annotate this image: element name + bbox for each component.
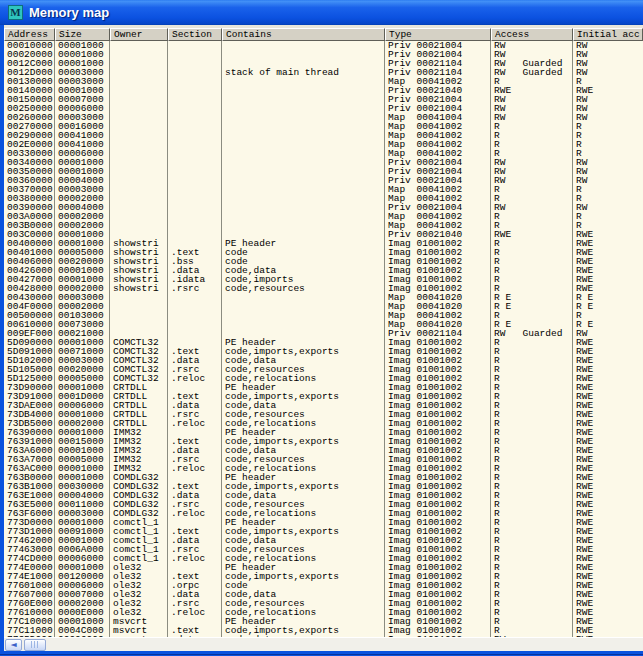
table-row[interactable]: 763A700000005000IMM32.rsrccode,resources… [4, 455, 643, 464]
table-row[interactable]: 0035000000001000Priv 00021004RWRW [4, 167, 643, 176]
table-row[interactable]: 7760700000007000ole32.datacode,dataImag … [4, 590, 643, 599]
column-header-size[interactable]: Size [55, 28, 110, 41]
cell-type: Map 00041002 [385, 149, 491, 158]
table-row[interactable]: 0042600000001000showstri.datacode,dataIm… [4, 266, 643, 275]
table-row[interactable]: 0038000000002000Map 00041002RR [4, 194, 643, 203]
table-row[interactable]: 774E100000120000ole32.textcode,imports,e… [4, 572, 643, 581]
cell-access: R [491, 410, 573, 419]
cell-initial_access: RW [573, 329, 643, 338]
table-row[interactable]: 5D12500000005000COMCTL32.reloccode,reloc… [4, 374, 643, 383]
cell-section [168, 86, 222, 95]
table-row[interactable]: 5D10500000020000COMCTL32.rsrccode,resour… [4, 365, 643, 374]
table-row[interactable]: 73DB400000001000CRTDLL.rsrccode,resource… [4, 410, 643, 419]
table-row[interactable]: 0027000000016000Map 00041002RR [4, 122, 643, 131]
table-row[interactable]: 773D100000091000comctl_1.textcode,import… [4, 527, 643, 536]
table-row[interactable]: 5D09100000071000COMCTL32.textcode,import… [4, 347, 643, 356]
table-row[interactable]: 773D000000001000comctl_1PE headerImag 01… [4, 518, 643, 527]
table-row[interactable]: 763E100000004000COMDLG32.datacode,dataIm… [4, 491, 643, 500]
table-row[interactable]: 7760100000006000ole32.orpccodeImag 01001… [4, 581, 643, 590]
table-row[interactable]: 0042800000002000showstri.rsrccode,resour… [4, 284, 643, 293]
table-row[interactable]: 0042700000001000showstri.idatacode,impor… [4, 275, 643, 284]
column-header-initial_access[interactable]: Initial acc [573, 28, 643, 41]
table-row[interactable]: 774630000006A000comctl_1.rsrccode,resour… [4, 545, 643, 554]
table-row[interactable]: 7639000000001000IMM32PE headerImag 01001… [4, 428, 643, 437]
horizontal-scrollbar[interactable]: ◄ [4, 637, 643, 651]
cell-type: Priv 00021104 [385, 68, 491, 77]
table-row[interactable]: 7746200000001000comctl_1.datacode,dataIm… [4, 536, 643, 545]
table-row[interactable]: 763B000000001000COMDLG32PE headerImag 01… [4, 473, 643, 482]
table-row[interactable]: 0015000000007000Priv 00021004RWRW [4, 95, 643, 104]
column-header-access[interactable]: Access [491, 28, 573, 41]
cell-address: 00500000 [4, 311, 55, 320]
table-row[interactable]: 0012C00000001000Priv 00021104RW GuardedR… [4, 59, 643, 68]
table-row[interactable]: 77C1000000001000msvcrtPE headerImag 0100… [4, 617, 643, 626]
table-row[interactable]: 0040000000001000showstriPE headerImag 01… [4, 239, 643, 248]
table-row[interactable]: 003C000000001000Priv 00021040RWERWE [4, 230, 643, 239]
column-header-section[interactable]: Section [168, 28, 222, 41]
cell-address: 003B0000 [4, 221, 55, 230]
titlebar[interactable]: M Memory map [0, 0, 643, 25]
table-row[interactable]: 0013000000003000Map 00041002RR [4, 77, 643, 86]
cell-owner: showstri [110, 248, 168, 257]
table-row[interactable]: 002E000000041000Map 00041002RR [4, 140, 643, 149]
cell-size: 00016000 [55, 122, 110, 131]
table-row[interactable]: 0043000000003000Map 00041020R ER E [4, 293, 643, 302]
table-row[interactable]: 0034000000001000Priv 00021004RWRW [4, 158, 643, 167]
table-row[interactable]: 774CD00000006000comctl_1.reloccode,reloc… [4, 554, 643, 563]
table-row[interactable]: 0039000000004000Priv 00021004RWRW [4, 203, 643, 212]
column-header-address[interactable]: Address [4, 28, 55, 41]
cell-section [168, 518, 222, 527]
table-row[interactable]: 7639100000015000IMM32.textcode,imports,e… [4, 437, 643, 446]
cell-size: 00004000 [55, 491, 110, 500]
table-row[interactable]: 0025000000006000Priv 00021004RWRW [4, 104, 643, 113]
table-row[interactable]: 0037000000003000Map 00041002RR [4, 185, 643, 194]
table-row[interactable]: 0061000000073000Map 00041020R ER E [4, 320, 643, 329]
cell-size: 00001000 [55, 158, 110, 167]
cell-initial_access: RWE [573, 545, 643, 554]
table-row[interactable]: 763F600000003000COMDLG32.reloccode,reloc… [4, 509, 643, 518]
table-row[interactable]: 009EF00000021000Priv 00021104RW GuardedR… [4, 329, 643, 338]
table-row[interactable]: 77C110000004C000msvcrt.textcode,imports,… [4, 626, 643, 635]
table-row[interactable]: 73D9000000001000CRTDLLPE headerImag 0100… [4, 383, 643, 392]
cell-section [168, 68, 222, 77]
cell-address: 00270000 [4, 122, 55, 131]
table-row[interactable]: 0050000000103000Map 00041002RR [4, 311, 643, 320]
memory-map-window: M Memory map AddressSizeOwnerSectionCont… [0, 0, 643, 656]
table-row[interactable]: 0001000000001000Priv 00021004RWRW [4, 41, 643, 50]
table-row[interactable]: 0036000000004000Priv 00021004RWRW [4, 176, 643, 185]
table-row[interactable]: 7760E00000002000ole32.rsrccode,resources… [4, 599, 643, 608]
cell-size: 00002000 [55, 212, 110, 221]
scrollbar-thumb[interactable] [24, 639, 46, 651]
column-header-type[interactable]: Type [385, 28, 491, 41]
table-row[interactable]: 5D10200000003000COMCTL32.datacode,dataIm… [4, 356, 643, 365]
cell-type: Imag 01001002 [385, 473, 491, 482]
table-row[interactable]: 003B000000002000Map 00041002RR [4, 221, 643, 230]
table-row[interactable]: 0012D00000003000stack of main threadPriv… [4, 68, 643, 77]
column-header-contains[interactable]: Contains [222, 28, 385, 41]
column-header-owner[interactable]: Owner [110, 28, 168, 41]
table-row[interactable]: 776100000000E000ole32.reloccode,relocati… [4, 608, 643, 617]
table-row[interactable]: 0029000000041000Map 00041002RR [4, 131, 643, 140]
table-row[interactable]: 0040600000020000showstri.bsscodeImag 010… [4, 257, 643, 266]
scroll-left-button[interactable]: ◄ [5, 639, 22, 651]
table-row[interactable]: 73DAE00000006000CRTDLL.datacode,dataImag… [4, 401, 643, 410]
table-row[interactable]: 73D910000001D000CRTDLL.textcode,imports,… [4, 392, 643, 401]
table-row[interactable]: 763AC00000001000IMM32.reloccode,relocati… [4, 464, 643, 473]
table-row[interactable]: 004F000000002000Map 00041020R ER E [4, 302, 643, 311]
table-row[interactable]: 5D09000000001000COMCTL32PE headerImag 01… [4, 338, 643, 347]
table-row[interactable]: 763B100000030000COMDLG32.textcode,import… [4, 482, 643, 491]
table-row[interactable]: 0002000000001000Priv 00021004RWRW [4, 50, 643, 59]
cell-type: Priv 00021004 [385, 167, 491, 176]
cell-type: Imag 01001002 [385, 419, 491, 428]
table-row[interactable]: 0033000000006000Map 00041002RR [4, 149, 643, 158]
cell-access: RW Guarded [491, 68, 573, 77]
table-row[interactable]: 003A000000002000Map 00041002RR [4, 212, 643, 221]
cell-size: 00001000 [55, 464, 110, 473]
table-row[interactable]: 763E500000011000COMDLG32.rsrccode,resour… [4, 500, 643, 509]
table-row[interactable]: 763A600000001000IMM32.datacode,dataImag … [4, 446, 643, 455]
table-row[interactable]: 0040100000005000showstri.textcodeImag 01… [4, 248, 643, 257]
table-row[interactable]: 73DB500000002000CRTDLL.reloccode,relocat… [4, 419, 643, 428]
table-row[interactable]: 0014000000001000Priv 00021040RWERWE [4, 86, 643, 95]
table-row[interactable]: 774E000000001000ole32PE headerImag 01001… [4, 563, 643, 572]
table-row[interactable]: 0026000000003000Map 00041004RWRW [4, 113, 643, 122]
